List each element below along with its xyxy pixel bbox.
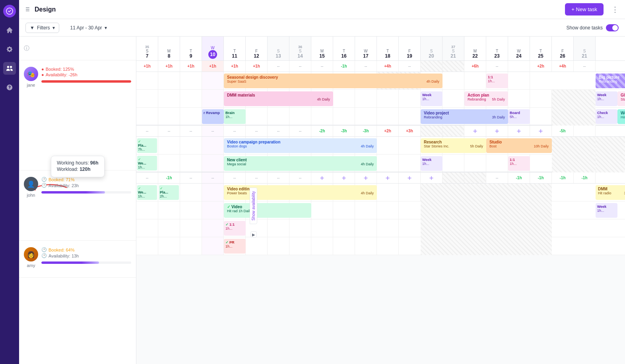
day-headers: 35 S 7 M 8 T 9 bbox=[136, 37, 625, 61]
more-options-icon[interactable]: ⋮ bbox=[611, 5, 619, 14]
progress-bar-amy bbox=[41, 261, 131, 264]
progress-bar-jane bbox=[41, 80, 131, 83]
filter-icon: ▼ bbox=[30, 25, 35, 31]
task-dmm-materials[interactable]: DMM materials 4h Daily bbox=[224, 91, 333, 106]
task-11-amy[interactable]: ✓ 1:1 1h... bbox=[224, 221, 246, 236]
task-video-checked[interactable]: ✓ Video Hit rad 1h Daily bbox=[224, 203, 311, 218]
date-range-selector[interactable]: 11 Apr - 30 Apr ▾ bbox=[70, 25, 107, 31]
task-video-editing[interactable]: Video editing Power beats 4h Daily bbox=[224, 185, 377, 200]
header: ☰ Design + New task ⋮ bbox=[19, 0, 625, 19]
week-num-35: 35 bbox=[145, 45, 149, 49]
clock-icon-4: 🕐 bbox=[41, 253, 47, 258]
task-studio[interactable]: Studio Bost 10h Daily bbox=[486, 138, 552, 153]
day-header-t18: T 18 bbox=[377, 37, 399, 60]
task-revamp[interactable]: r Revamp bbox=[202, 109, 224, 124]
task-pla-amy[interactable]: ✓ Pla... 2h... bbox=[159, 185, 179, 200]
day-header-t23: T 23 bbox=[486, 37, 508, 60]
amy-task-row-2: ✓ Video Hit rad 1h Daily Week 1h... bbox=[136, 201, 625, 219]
person-card-john: 👤 john 🕐 Booked: 71% 🕐 Availability: 23h bbox=[19, 170, 136, 241]
person-card-jane: 🎭 jane ● Booked: 125% ● Availability: -2… bbox=[19, 60, 136, 170]
calendar-grid: 35 S 7 M 8 T 9 bbox=[136, 37, 625, 255]
day-header-s20: S 20 bbox=[421, 37, 443, 60]
task-11-1[interactable]: 1:1 1h... bbox=[486, 74, 508, 88]
task-board[interactable]: Board 5h... bbox=[508, 109, 530, 124]
people-panel: ⓘ 🎭 jane ● Booked: 125% bbox=[19, 37, 136, 364]
avatar-jane: 🎭 bbox=[24, 67, 38, 81]
tooltip-working-hours: Working hours: 96h bbox=[57, 160, 99, 166]
show-availability-button[interactable]: Show availability bbox=[250, 188, 257, 224]
person-name-john: john bbox=[24, 193, 38, 197]
show-done-toggle[interactable] bbox=[606, 24, 619, 31]
expand-button[interactable]: ▶ bbox=[250, 231, 257, 238]
task-video-project[interactable]: Video project Rebranding 3h Daily bbox=[421, 109, 508, 124]
progress-bar-john bbox=[41, 191, 131, 194]
day-header-w17: W 17 bbox=[355, 37, 377, 60]
tooltip-workload: Workload: 120h bbox=[57, 167, 99, 172]
amy-task-row-3: ✓ 1:1 1h... bbox=[136, 219, 625, 237]
amy-task-row-1: ✓ We... 1h... ✓ Pla... 2h... bbox=[136, 184, 625, 201]
task-pr-amy[interactable]: ✓ PR 1h... bbox=[224, 239, 246, 254]
person-card-amy: 👩 amy 🕐 Booked: 64% 🕐 Availability: 13h bbox=[19, 241, 136, 278]
info-icon[interactable]: ⓘ bbox=[24, 45, 29, 52]
sidebar bbox=[0, 0, 19, 364]
menu-icon[interactable]: ☰ bbox=[25, 7, 30, 12]
task-seasonal-design[interactable]: Seasonal design discovery Super SaaS 4h … bbox=[224, 74, 443, 88]
day-header-s21: 37 S 21 bbox=[443, 37, 464, 60]
booked-stat-jane: ● Booked: 125% bbox=[41, 67, 131, 72]
jane-task-row-3: r Revamp Brain 1h... Video project Rebra… bbox=[136, 108, 625, 126]
task-we-checked[interactable]: ✓ We... 1h... bbox=[137, 156, 157, 170]
day-header-m8: M 8 bbox=[158, 37, 180, 60]
day-header-s7: 35 S 7 bbox=[136, 37, 158, 60]
task-global-guidelines[interactable]: Global guidelines Star Stories Inc. bbox=[617, 91, 625, 106]
week-num-37: 37 bbox=[451, 45, 455, 49]
avail-row-amy: -- -1h -- -- -- -- -- -- bbox=[136, 172, 625, 184]
task-check[interactable]: Check 1h... bbox=[596, 109, 617, 124]
week-num-36: 36 bbox=[298, 45, 302, 49]
calendar-area[interactable]: 35 S 7 M 8 T 9 bbox=[136, 37, 625, 364]
task-action-plan[interactable]: Action plan Rebranding 5h Daily bbox=[464, 91, 508, 106]
person-name-amy: amy bbox=[24, 263, 38, 268]
avail-row-john: -- -- -- -- -- -- -- -- -2h -3h -3h +2h … bbox=[136, 126, 625, 137]
task-research[interactable]: Research Star Stories Inc. 5h Daily bbox=[421, 138, 486, 153]
booked-stat-amy: 🕐 Booked: 64% bbox=[41, 247, 131, 252]
task-week-john[interactable]: Week 1h... bbox=[421, 156, 443, 171]
task-week-dmm[interactable]: Week 1h... bbox=[421, 91, 443, 106]
error-icon: ● bbox=[41, 67, 44, 72]
booked-stat-john: 🕐 Booked: 71% bbox=[41, 177, 131, 182]
day-header-f12: F 12 bbox=[246, 37, 268, 60]
day-header-m15: M 15 bbox=[311, 37, 333, 60]
task-11-john[interactable]: 1:1 1h... bbox=[508, 156, 530, 171]
task-dmm-hit[interactable]: DMM Hit radio 3h Daily bbox=[596, 185, 625, 200]
day-header-t16: T 16 bbox=[333, 37, 355, 60]
day-header-w24: W 24 bbox=[508, 37, 530, 60]
sidebar-home-icon[interactable] bbox=[3, 24, 16, 37]
clock-icon-3: 🕐 bbox=[41, 247, 47, 252]
toolbar: ▼ Filters ▾ 11 Apr - 30 Apr ▾ Show done … bbox=[19, 19, 625, 37]
chevron-icon: ▾ bbox=[52, 25, 55, 31]
john-task-row-1: ✓ Pla... 7h... Video campaign preparatio… bbox=[136, 137, 625, 155]
clock-icon: 🕐 bbox=[41, 177, 47, 182]
day-header-f19: F 19 bbox=[399, 37, 421, 60]
task-workshop-prep[interactable]: Workshop preparations Hiring bbox=[617, 109, 625, 124]
day-header-s21b: S 21 bbox=[574, 37, 596, 60]
sidebar-help-icon[interactable] bbox=[3, 81, 16, 94]
task-week-global[interactable]: Week 1h... bbox=[596, 91, 617, 106]
sidebar-people-icon[interactable] bbox=[3, 62, 16, 75]
john-task-row-2: ✓ We... 1h... New client Mega bbox=[136, 155, 625, 172]
sidebar-settings-icon[interactable] bbox=[3, 43, 16, 56]
filter-button[interactable]: ▼ Filters ▾ bbox=[25, 23, 59, 33]
clock-icon-2: 🕐 bbox=[41, 183, 47, 188]
availability-stat-john: 🕐 Availability: 23h bbox=[41, 183, 131, 188]
task-week-amy[interactable]: Week 1h... bbox=[596, 203, 617, 218]
task-we-amy[interactable]: ✓ We... 1h... bbox=[137, 185, 157, 200]
task-brain[interactable]: Brain 1h... bbox=[224, 109, 246, 124]
task-video-campaign[interactable]: Video campaign preparation Boston dogs 4… bbox=[224, 138, 377, 153]
new-task-button[interactable]: + New task bbox=[565, 3, 604, 15]
app-logo[interactable] bbox=[3, 5, 16, 17]
task-big-picture[interactable]: Big picture Rebranding bbox=[596, 74, 625, 88]
day-header-s13: S 13 bbox=[268, 37, 289, 60]
availability-stat-amy: 🕐 Availability: 13h bbox=[41, 253, 131, 258]
task-new-client[interactable]: New client Mega social 4h Daily bbox=[224, 156, 377, 171]
task-checked-s7[interactable]: ✓ Pla... 7h... bbox=[137, 138, 157, 153]
person-name-jane: jane bbox=[24, 83, 38, 87]
